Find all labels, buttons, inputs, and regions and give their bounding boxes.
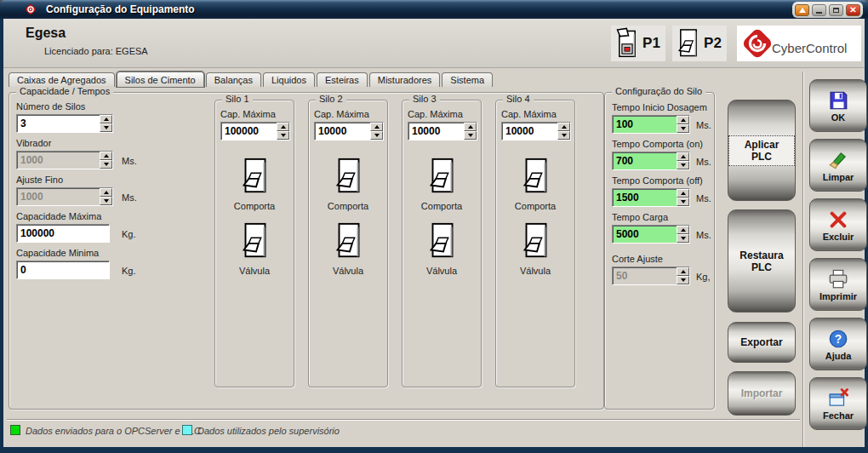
tab-caixas-de-agregados[interactable]: Caixas de Agregados	[9, 72, 115, 87]
tempo-carga-input[interactable]	[613, 226, 677, 243]
capacidade-minima-input[interactable]	[17, 261, 109, 278]
tempo-carga-spinbox	[612, 225, 690, 244]
tempo-inicio-dosagem-unit: Ms.	[696, 120, 711, 130]
side-panel-separator	[802, 72, 804, 447]
spinner-buttons[interactable]	[100, 152, 112, 169]
spin-up-icon	[562, 125, 567, 129]
silo-3-cap-input[interactable]	[408, 123, 464, 140]
spin-down-icon	[104, 199, 109, 203]
brand-name: CyberControl	[772, 41, 847, 55]
close-icon: ✕	[849, 6, 856, 14]
spinner-buttons[interactable]	[100, 188, 112, 205]
spin-down-icon	[104, 126, 109, 129]
silo-1-cap-input[interactable]	[221, 123, 277, 140]
spinner-buttons[interactable]	[677, 267, 689, 284]
capacidade-minima-label: Capacidade Minima	[16, 248, 99, 258]
spinner-buttons[interactable]	[557, 123, 570, 140]
silo-4-valvula-switch-icon[interactable]	[522, 221, 551, 261]
ajuste-fino-input[interactable]	[17, 188, 100, 205]
tempo-comporta-on-spinbox	[612, 152, 690, 170]
aplicar-plc-button[interactable]: Aplicar PLC	[728, 100, 796, 201]
tempo-inicio-dosagem-input[interactable]	[613, 116, 677, 133]
tempo-comporta-off-label: Tempo Comporta (off)	[612, 175, 703, 186]
spinner-buttons[interactable]	[677, 152, 689, 169]
spinner-buttons[interactable]	[677, 116, 689, 133]
spinner-buttons[interactable]	[677, 226, 689, 243]
tempo-carga-label: Tempo Carga	[612, 212, 668, 222]
legend-green-text: Dados enviados para o OPCServer e PLC	[26, 426, 201, 436]
imprimir-button[interactable]: Imprimir	[809, 258, 867, 311]
legend-cyan-swatch	[182, 425, 192, 435]
limpar-label: Limpar	[823, 172, 854, 182]
importar-label: Importar	[741, 387, 783, 399]
spin-down-icon	[681, 163, 686, 167]
maximize-icon	[833, 8, 839, 13]
spin-down-icon	[681, 200, 686, 204]
aplicar-plc-label: Aplicar PLC	[728, 135, 795, 166]
silo-3-valve-label: Válvula	[403, 266, 481, 276]
tempo-comporta-off-input[interactable]	[613, 189, 677, 206]
minimize-icon	[816, 12, 822, 14]
capacidade-minima-unit: Kg.	[122, 266, 136, 276]
spinner-buttons[interactable]	[100, 115, 112, 132]
vibrador-input[interactable]	[17, 152, 100, 169]
spinner-buttons[interactable]	[677, 189, 689, 206]
silo-1-valve-label: Válvula	[215, 266, 294, 276]
silo-4-cap-label: Cap. Máxima	[501, 109, 557, 119]
app-logo-icon	[24, 3, 37, 16]
close-button[interactable]: ✕	[846, 4, 860, 16]
silo-2-valvula-switch-icon[interactable]	[334, 221, 363, 261]
numero-de-silos-label: Número de Silos	[16, 101, 85, 112]
printer-icon	[826, 268, 850, 290]
limpar-button[interactable]: Limpar	[809, 139, 867, 192]
spin-up-icon	[681, 192, 686, 195]
rollup-button[interactable]	[795, 4, 809, 16]
tab-liquidos[interactable]: Liquidos	[263, 72, 315, 87]
corte-ajuste-input[interactable]	[613, 267, 677, 284]
ajuste-fino-spinbox	[16, 187, 113, 206]
tab-misturadores[interactable]: Misturadores	[369, 72, 441, 87]
maximize-button[interactable]	[829, 4, 843, 16]
capacidade-maxima-input[interactable]	[17, 225, 109, 242]
fechar-button[interactable]: Fechar	[809, 377, 867, 430]
tempo-comporta-off-unit: Ms.	[696, 193, 711, 204]
exportar-button[interactable]: Exportar	[728, 322, 796, 363]
spinner-buttons[interactable]	[370, 123, 383, 140]
svg-text:?: ?	[835, 331, 842, 345]
ajuste-fino-unit: Ms.	[122, 192, 137, 203]
spin-down-icon	[374, 134, 380, 137]
tempo-comporta-on-input[interactable]	[613, 152, 677, 169]
excluir-button[interactable]: Excluir	[809, 198, 867, 251]
spinner-buttons[interactable]	[464, 123, 477, 140]
tab-esteiras[interactable]: Esteiras	[317, 72, 368, 87]
silo-3-cap-label: Cap. Máxima	[408, 109, 463, 119]
p2-label: P2	[704, 35, 722, 52]
tab-sistema[interactable]: Sistema	[442, 72, 493, 87]
spinner-buttons[interactable]	[277, 123, 289, 140]
silo-4-cap-input[interactable]	[502, 123, 557, 140]
license-text: Licenciado para: EGESA	[44, 46, 148, 56]
ok-button[interactable]: OK	[809, 79, 867, 132]
silo-2-cap-input[interactable]	[315, 123, 370, 140]
exportar-label: Exportar	[740, 336, 782, 348]
silo-4-comporta-switch-icon[interactable]	[522, 157, 551, 196]
restaura-plc-button[interactable]: Restaura PLC	[728, 209, 796, 313]
p2-indicator[interactable]: P2	[672, 26, 727, 61]
importar-button[interactable]: Importar	[728, 371, 796, 416]
silo-1-comporta-switch-icon[interactable]	[241, 157, 270, 196]
spin-down-icon	[562, 134, 567, 137]
silo-3-comporta-switch-icon[interactable]	[428, 157, 457, 196]
p1-indicator[interactable]: P1	[611, 26, 665, 61]
silo-3-valvula-switch-icon[interactable]	[428, 221, 457, 261]
corte-ajuste-spinbox	[612, 267, 690, 285]
minimize-button[interactable]	[812, 4, 826, 16]
titlebar[interactable]: Configuração do Equipamento ✕	[0, 0, 868, 19]
silo-1-title: Silo 1	[222, 94, 253, 104]
brush-icon	[826, 149, 850, 171]
ajuda-button[interactable]: ? Ajuda	[809, 318, 867, 370]
tab-balancas[interactable]: Balanças	[206, 72, 261, 87]
tab-silos-de-cimento[interactable]: Silos de Cimento	[117, 72, 204, 87]
silo-1-valvula-switch-icon[interactable]	[241, 221, 270, 261]
silo-2-comporta-switch-icon[interactable]	[334, 157, 363, 196]
numero-de-silos-input[interactable]	[17, 115, 100, 132]
